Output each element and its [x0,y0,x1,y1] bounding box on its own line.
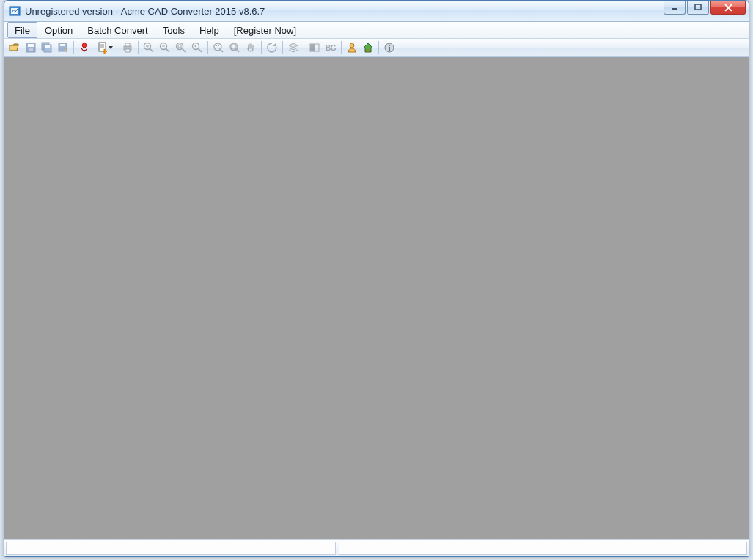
svg-rect-19 [125,43,130,46]
toolbar-separator [282,41,283,54]
menu-item-help[interactable]: Help [192,22,227,38]
toolbar-separator [400,41,400,54]
save-all-icon[interactable] [39,40,55,56]
svg-rect-11 [45,45,50,48]
svg-line-32 [199,49,202,53]
regen-icon[interactable] [264,40,280,56]
home-icon[interactable] [360,40,376,56]
title-bar[interactable]: Unregistered version - Acme CAD Converte… [4,1,749,22]
menu-item-tools[interactable]: Tools [155,22,192,38]
bg-icon[interactable]: BG [323,40,339,56]
minimize-button[interactable] [664,1,686,15]
svg-rect-30 [178,45,181,48]
toolbar-separator [261,41,262,54]
svg-line-26 [166,49,170,53]
print-icon[interactable] [120,40,136,56]
svg-line-34 [221,50,223,52]
toolbar-separator [117,41,117,54]
pdf-icon[interactable] [76,40,92,56]
zoom-window-icon[interactable] [173,40,189,56]
toolbar: BG [4,39,749,57]
svg-line-29 [183,49,186,53]
toolbar-separator [378,41,379,54]
menu-item-registernow[interactable]: [Register Now] [227,22,304,38]
status-bar [4,539,749,556]
toolbar-separator [341,41,342,54]
menu-bar: FileOptionBatch ConvertToolsHelp[Registe… [4,22,749,39]
toolbar-separator [138,41,139,54]
about-icon[interactable] [381,40,397,56]
svg-rect-8 [29,48,33,51]
svg-rect-39 [310,44,315,51]
zoom-all-icon[interactable] [227,40,243,56]
zoom-in-icon[interactable] [141,40,157,56]
zoom-prev-icon[interactable] [189,40,205,56]
window-title: Unregistered version - Acme CAD Converte… [25,6,662,17]
svg-rect-20 [125,49,130,52]
zoom-out-icon[interactable] [157,40,173,56]
svg-rect-3 [695,4,701,10]
toolbar-separator [207,41,208,54]
status-pane-left [6,542,336,555]
convert-icon[interactable] [92,40,114,56]
app-icon [9,5,21,17]
layers-icon[interactable] [285,40,301,56]
close-button[interactable] [710,1,746,15]
app-window: Unregistered version - Acme CAD Converte… [4,0,749,557]
svg-point-28 [177,43,183,50]
save-icon[interactable] [23,40,39,56]
menu-item-option[interactable]: Option [37,22,80,38]
register-icon[interactable] [344,40,360,56]
maximize-button[interactable] [687,1,709,15]
toolbar-separator [73,41,74,54]
window-controls [662,1,749,21]
svg-rect-44 [389,47,390,51]
canvas-area[interactable] [4,57,749,539]
menu-item-batchconvert[interactable]: Batch Convert [80,22,155,38]
svg-rect-13 [60,44,65,46]
status-pane-right [339,542,747,555]
svg-rect-41 [367,49,369,52]
open-icon[interactable] [7,40,23,56]
svg-point-40 [350,43,354,48]
bg-label: BG [326,44,336,52]
bw-icon[interactable] [306,40,323,56]
menu-item-file[interactable]: File [7,22,37,38]
svg-point-33 [214,43,221,51]
pan-icon[interactable] [243,40,259,56]
zoom-ext-icon[interactable] [210,40,227,56]
svg-line-36 [237,50,239,52]
svg-line-22 [150,49,154,53]
save-as-icon[interactable] [55,40,71,56]
svg-point-43 [389,45,390,46]
toolbar-separator [304,41,304,54]
svg-rect-37 [232,45,236,49]
svg-rect-7 [28,44,34,47]
